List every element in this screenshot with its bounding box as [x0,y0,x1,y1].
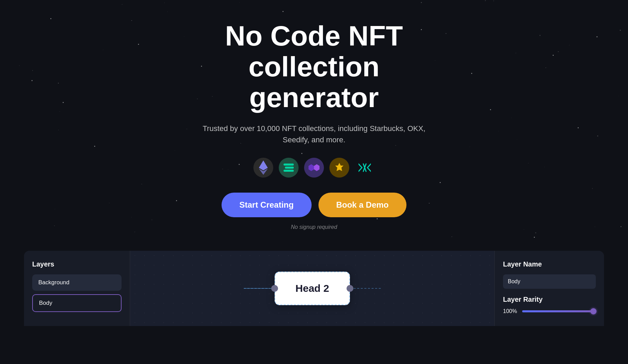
svg-rect-0 [284,164,294,166]
bottom-panel: Layers Background Body Head 2 Layer Name… [24,251,604,326]
rarity-slider-track[interactable] [522,310,596,312]
xdc-chain-icon [355,158,375,178]
canvas-area: Head 2 [130,251,494,326]
canvas-node-container: Head 2 [244,272,381,305]
layer-item-body[interactable]: Body [32,294,122,312]
rarity-row: 100% [503,308,596,314]
node-label: Head 2 [296,283,329,294]
start-creating-button[interactable]: Start Creating [222,193,312,217]
svg-rect-2 [284,170,294,172]
layer-body-label: Body [39,300,52,306]
layer-name-title: Layer Name [503,260,596,268]
hero-title-line2: generator [249,82,379,113]
rarity-value-label: 100% [503,308,518,314]
cta-buttons-row: Start Creating Book a Demo [222,193,406,217]
node-connector-left [271,285,278,292]
rarity-slider-fill [522,310,596,312]
layers-panel: Layers Background Body [24,251,130,326]
right-panel: Layer Name Layer Rarity 100% [494,251,604,326]
polygon-chain-icon [304,158,324,178]
layers-title: Layers [32,260,122,268]
book-demo-button[interactable]: Book a Demo [318,193,406,217]
hero-title: No Code NFT collection generator [160,21,468,113]
layer-background-label: Background [38,279,70,286]
hero-section: No Code NFT collection generator Trusted… [0,0,628,251]
no-signup-label: No signup required [291,224,337,230]
chain-icons-row [253,158,375,178]
node-line-left [244,288,275,289]
svg-rect-1 [285,167,294,169]
hero-subtitle: Trusted by over 10,000 NFT collections, … [194,123,434,145]
rarity-slider-thumb[interactable] [590,308,596,314]
node-card-wrapper: Head 2 [275,272,350,305]
node-line-right [350,288,381,289]
layer-rarity-title: Layer Rarity [503,296,596,303]
layer-item-background[interactable]: Background [32,274,122,291]
layer-name-input[interactable] [503,274,596,289]
binance-chain-icon [329,158,349,178]
ethereum-chain-icon [253,158,273,178]
node-connector-right [347,285,353,292]
node-card: Head 2 [275,272,350,305]
solana-chain-icon [279,158,299,178]
hero-title-line1: No Code NFT collection [225,20,403,82]
